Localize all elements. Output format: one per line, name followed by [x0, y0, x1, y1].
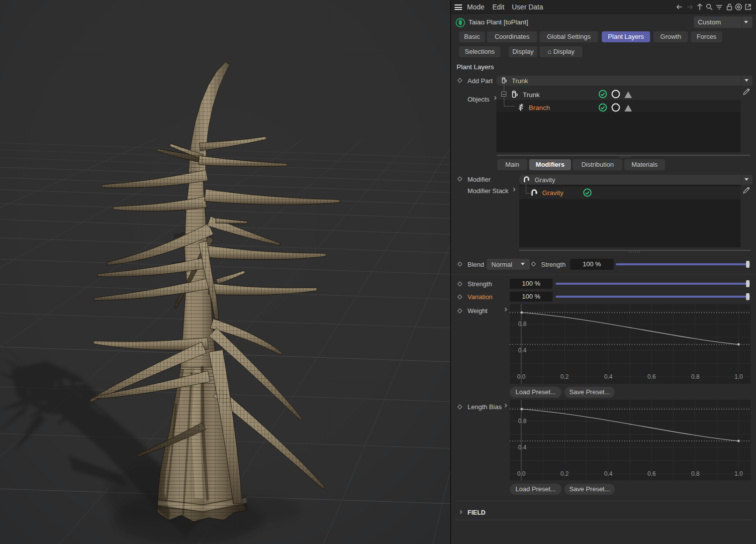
svg-text:1.0: 1.0 — [735, 470, 743, 477]
svg-text:0.0: 0.0 — [517, 373, 526, 380]
svg-text:0.4: 0.4 — [604, 373, 613, 380]
svg-text:0.8: 0.8 — [691, 470, 700, 477]
svg-text:1.0: 1.0 — [735, 373, 743, 380]
svg-text:0.8: 0.8 — [691, 373, 700, 380]
svg-text:0.2: 0.2 — [561, 373, 569, 380]
svg-text:0.8: 0.8 — [518, 321, 527, 327]
svg-text:0.4: 0.4 — [604, 470, 613, 477]
svg-text:0.4: 0.4 — [518, 347, 527, 354]
svg-text:0.0: 0.0 — [517, 470, 526, 477]
svg-text:0.8: 0.8 — [518, 418, 527, 425]
svg-text:0.2: 0.2 — [561, 470, 569, 477]
svg-text:0.6: 0.6 — [648, 373, 656, 380]
svg-text:0.4: 0.4 — [518, 444, 527, 451]
svg-text:0.6: 0.6 — [648, 470, 656, 477]
